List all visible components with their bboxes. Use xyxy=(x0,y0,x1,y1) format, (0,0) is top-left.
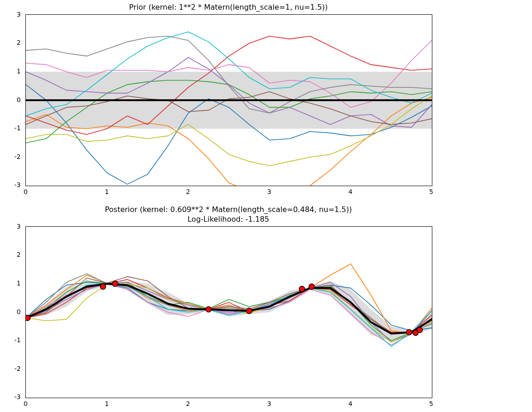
ytick-label: -1 xyxy=(14,124,21,132)
xtick-label: 1 xyxy=(105,400,109,407)
xtick-mark xyxy=(351,186,351,186)
ytick-label: -2 xyxy=(14,153,21,160)
ytick-mark xyxy=(25,157,26,158)
ytick-label: 3 xyxy=(17,223,21,230)
observation-point xyxy=(100,284,106,289)
xtick-label: 4 xyxy=(348,400,353,407)
xtick-label: 0 xyxy=(24,188,28,195)
xtick-mark xyxy=(188,186,189,186)
observation-point xyxy=(417,327,423,333)
ytick-mark xyxy=(25,72,26,72)
observation-point xyxy=(299,286,305,291)
ytick-mark xyxy=(25,369,26,370)
ytick-mark xyxy=(25,128,26,129)
ytick-mark xyxy=(25,15,26,15)
posterior-svg xyxy=(26,227,432,398)
xtick-label: 5 xyxy=(429,188,433,195)
ytick-label: 1 xyxy=(17,279,21,287)
ytick-label: 2 xyxy=(17,251,21,258)
xtick-mark xyxy=(26,186,26,186)
observation-point xyxy=(406,329,412,335)
prior-ytick-area: 3 2 1 0 -1 -2 -3 xyxy=(0,14,25,185)
xtick-mark xyxy=(107,186,108,186)
prior-xtick-area: 0 1 2 3 4 5 xyxy=(25,188,431,199)
xtick-mark xyxy=(26,398,26,398)
observation-point xyxy=(25,315,30,321)
xtick-label: 3 xyxy=(267,400,271,407)
ytick-mark xyxy=(25,312,26,313)
observation-point xyxy=(309,284,315,289)
xtick-mark xyxy=(107,398,108,398)
prior-title: Prior (kernel: 1**2 * Matern(length_scal… xyxy=(25,0,431,12)
xtick-mark xyxy=(269,186,270,186)
ytick-label: -1 xyxy=(14,336,21,344)
posterior-ytick-area: 3 2 1 0 -1 -2 -3 xyxy=(0,226,25,397)
ytick-label: -3 xyxy=(14,181,21,188)
xtick-label: 5 xyxy=(429,400,433,407)
xtick-mark xyxy=(431,186,432,186)
prior-svg xyxy=(26,15,432,186)
ytick-label: 3 xyxy=(17,11,21,18)
posterior-title: Posterior (kernel: 0.609**2 * Matern(len… xyxy=(25,202,431,224)
ytick-label: 1 xyxy=(17,67,21,75)
ytick-mark xyxy=(25,255,26,255)
xtick-label: 4 xyxy=(348,188,353,195)
ytick-label: -3 xyxy=(14,393,21,400)
page: Prior (kernel: 1**2 * Matern(length_scal… xyxy=(0,0,532,412)
ytick-label: 0 xyxy=(17,308,21,315)
xtick-label: 0 xyxy=(24,400,28,407)
ytick-label: 0 xyxy=(17,96,21,103)
xtick-label: 2 xyxy=(186,400,190,407)
prior-plot-block: Prior (kernel: 1**2 * Matern(length_scal… xyxy=(0,0,445,199)
xtick-mark xyxy=(269,398,270,398)
xtick-label: 2 xyxy=(186,188,190,195)
ytick-mark xyxy=(25,100,26,101)
ytick-mark xyxy=(25,340,26,341)
observation-point xyxy=(246,308,252,313)
xtick-mark xyxy=(431,398,432,398)
posterior-plot-block: Posterior (kernel: 0.609**2 * Matern(len… xyxy=(0,202,445,411)
xtick-label: 1 xyxy=(105,188,109,195)
ytick-mark xyxy=(25,284,26,284)
xtick-label: 3 xyxy=(267,188,271,195)
observation-point xyxy=(113,281,118,286)
ytick-label: 2 xyxy=(17,39,21,46)
ytick-mark xyxy=(25,43,26,43)
xtick-mark xyxy=(188,398,189,398)
prior-axes xyxy=(25,14,432,186)
posterior-axes xyxy=(25,226,432,398)
ytick-label: -2 xyxy=(14,365,21,372)
observation-point xyxy=(206,306,211,312)
ytick-mark xyxy=(25,227,26,227)
xtick-mark xyxy=(351,398,351,398)
posterior-xtick-area: 0 1 2 3 4 5 xyxy=(25,400,431,411)
